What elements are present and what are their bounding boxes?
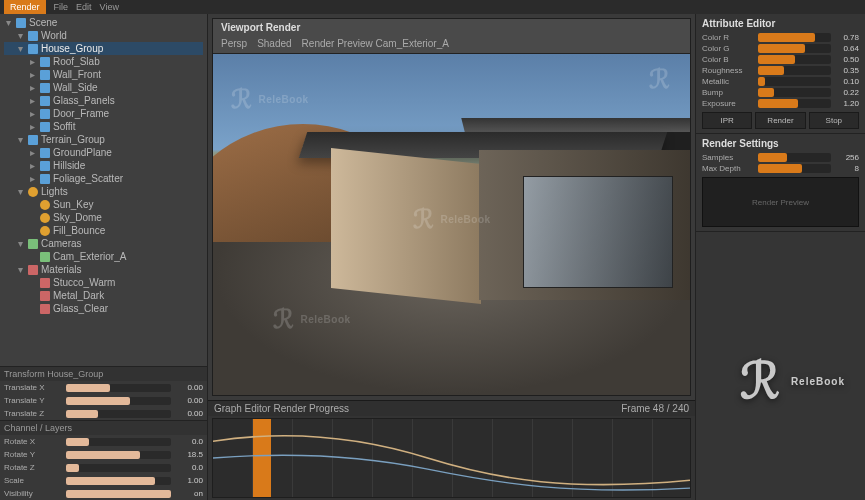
menu-item[interactable]: View xyxy=(100,2,119,12)
property-row: Rotate Z0.0 xyxy=(0,461,207,474)
disclosure-icon[interactable]: ▾ xyxy=(16,43,25,54)
viewport-canvas[interactable]: ℛReleBook ℛReleBook ℛReleBook ℛ xyxy=(213,54,690,395)
box-icon xyxy=(40,161,50,171)
outliner-item[interactable]: ▾World xyxy=(4,29,203,42)
outliner-item[interactable]: ▸Door_Frame xyxy=(4,107,203,120)
disclosure-icon[interactable]: ▸ xyxy=(28,82,37,93)
property-value: 1.20 xyxy=(835,99,859,108)
property-value: 0.78 xyxy=(835,33,859,42)
outliner-item[interactable]: ▸Roof_Slab xyxy=(4,55,203,68)
render-preview-box: Render Preview xyxy=(702,177,859,227)
slider-fill xyxy=(758,99,798,108)
outliner-item[interactable]: ▸Soffit xyxy=(4,120,203,133)
outliner-panel[interactable]: ▾Scene▾World▾House_Group▸Roof_Slab▸Wall_… xyxy=(0,14,207,366)
outliner-item[interactable]: ▸Glass_Panels xyxy=(4,94,203,107)
slider-track[interactable] xyxy=(66,464,171,472)
property-value: 0.0 xyxy=(175,463,203,472)
property-label: Translate Z xyxy=(4,409,62,418)
slider-track[interactable] xyxy=(758,66,831,75)
box-icon xyxy=(40,148,50,158)
outliner-item[interactable]: ▾House_Group xyxy=(4,42,203,55)
disclosure-icon[interactable]: ▾ xyxy=(4,17,13,28)
slider-fill xyxy=(758,55,795,64)
outliner-item[interactable]: Sky_Dome xyxy=(4,211,203,224)
stop-button[interactable]: Stop xyxy=(809,112,859,129)
property-row: Scale1.00 xyxy=(0,474,207,487)
slider-track[interactable] xyxy=(66,397,171,405)
box-icon xyxy=(40,70,50,80)
disclosure-icon[interactable]: ▸ xyxy=(28,147,37,158)
slider-fill xyxy=(66,410,98,418)
mat-icon xyxy=(40,278,50,288)
outliner-item[interactable]: ▾Cameras xyxy=(4,237,203,250)
slider-track[interactable] xyxy=(66,410,171,418)
outliner-item[interactable]: Cam_Exterior_A xyxy=(4,250,203,263)
slider-track[interactable] xyxy=(758,44,831,53)
disclosure-icon[interactable]: ▸ xyxy=(28,160,37,171)
outliner-item[interactable]: Fill_Bounce xyxy=(4,224,203,237)
outliner-item[interactable]: ▾Scene xyxy=(4,16,203,29)
property-row: Rotate Y18.5 xyxy=(0,448,207,461)
timeline-graph[interactable] xyxy=(212,418,691,498)
outliner-item[interactable]: ▸Wall_Side xyxy=(4,81,203,94)
viewport-tab[interactable]: Render Preview Cam_Exterior_A xyxy=(302,38,449,49)
cam-icon xyxy=(40,252,50,262)
outliner-label: Stucco_Warm xyxy=(53,277,115,288)
watermark-icon: ℛ xyxy=(649,64,671,95)
disclosure-icon[interactable]: ▸ xyxy=(28,173,37,184)
outliner-label: World xyxy=(41,30,67,41)
disclosure-icon[interactable]: ▾ xyxy=(16,264,25,275)
outliner-item[interactable]: ▸Hillside xyxy=(4,159,203,172)
slider-fill xyxy=(66,477,155,485)
disclosure-icon[interactable]: ▾ xyxy=(16,30,25,41)
outliner-item[interactable]: ▸Wall_Front xyxy=(4,68,203,81)
outliner-item[interactable]: Stucco_Warm xyxy=(4,276,203,289)
disclosure-icon[interactable]: ▸ xyxy=(28,56,37,67)
outliner-item[interactable]: Sun_Key xyxy=(4,198,203,211)
outliner-item[interactable]: ▾Materials xyxy=(4,263,203,276)
timeline-frame: Frame 48 / 240 xyxy=(621,403,689,414)
menu-item[interactable]: Edit xyxy=(76,2,92,12)
disclosure-icon[interactable]: ▸ xyxy=(28,121,37,132)
slider-track[interactable] xyxy=(758,88,831,97)
outliner-item[interactable]: ▸GroundPlane xyxy=(4,146,203,159)
slider-track[interactable] xyxy=(758,33,831,42)
slider-track[interactable] xyxy=(758,164,831,173)
menu-item-active[interactable]: Render xyxy=(4,0,46,14)
slider-fill xyxy=(66,451,140,459)
outliner-item[interactable]: ▾Terrain_Group xyxy=(4,133,203,146)
lt-icon xyxy=(28,187,38,197)
slider-track[interactable] xyxy=(66,451,171,459)
disclosure-icon[interactable]: ▸ xyxy=(28,95,37,106)
outliner-item[interactable]: Metal_Dark xyxy=(4,289,203,302)
disclosure-icon[interactable]: ▸ xyxy=(28,108,37,119)
property-label: Color R xyxy=(702,33,754,42)
mat-icon xyxy=(40,291,50,301)
disclosure-icon[interactable]: ▾ xyxy=(16,186,25,197)
property-value: 0.00 xyxy=(175,396,203,405)
slider-track[interactable] xyxy=(758,77,831,86)
disclosure-icon[interactable]: ▸ xyxy=(28,69,37,80)
slider-track[interactable] xyxy=(66,438,171,446)
slider-track[interactable] xyxy=(66,477,171,485)
box-icon xyxy=(40,57,50,67)
disclosure-icon[interactable]: ▾ xyxy=(16,238,25,249)
menu-item[interactable]: File xyxy=(54,2,69,12)
ipr-button[interactable]: IPR xyxy=(702,112,752,129)
slider-track[interactable] xyxy=(66,490,171,498)
viewport-tab[interactable]: Shaded xyxy=(257,38,291,49)
viewport-tab[interactable]: Persp xyxy=(221,38,247,49)
outliner-item[interactable]: ▾Lights xyxy=(4,185,203,198)
slider-track[interactable] xyxy=(758,153,831,162)
outliner-item[interactable]: ▸Foliage_Scatter xyxy=(4,172,203,185)
disclosure-icon[interactable]: ▾ xyxy=(16,134,25,145)
slider-track[interactable] xyxy=(66,384,171,392)
watermark-icon: ℛReleBook xyxy=(231,84,309,115)
attribute-panel: Attribute Editor Color R0.78Color G0.64C… xyxy=(696,14,865,134)
slider-track[interactable] xyxy=(758,99,831,108)
slider-track[interactable] xyxy=(758,55,831,64)
box-icon xyxy=(28,135,38,145)
slider-fill xyxy=(758,66,784,75)
render-button[interactable]: Render xyxy=(755,112,805,129)
outliner-item[interactable]: Glass_Clear xyxy=(4,302,203,315)
